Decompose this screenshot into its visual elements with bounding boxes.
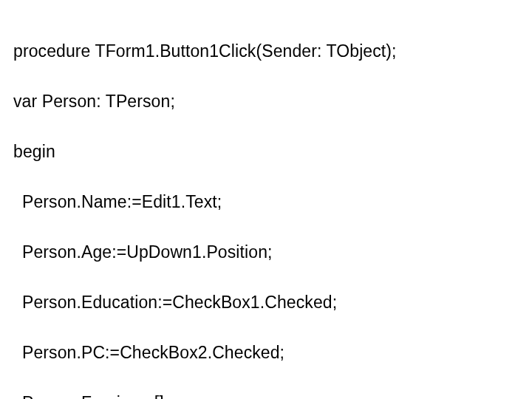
code-line: Person.Education:=CheckBox1.Checked; [13, 290, 532, 315]
code-line: Person.Name:=Edit1.Text; [13, 189, 532, 214]
code-line: procedure TForm1.Button1Click(Sender: TO… [13, 38, 532, 64]
code-line: var Person: TPerson; [13, 89, 532, 114]
code-line: begin [13, 139, 532, 164]
code-line: Person.Foreign:=[]; [13, 390, 532, 399]
code-line: Person.Age:=UpDown1.Position; [13, 239, 532, 265]
code-block: procedure TForm1.Button1Click(Sender: TO… [13, 13, 532, 399]
code-line: Person.PC:=CheckBox2.Checked; [13, 340, 532, 365]
